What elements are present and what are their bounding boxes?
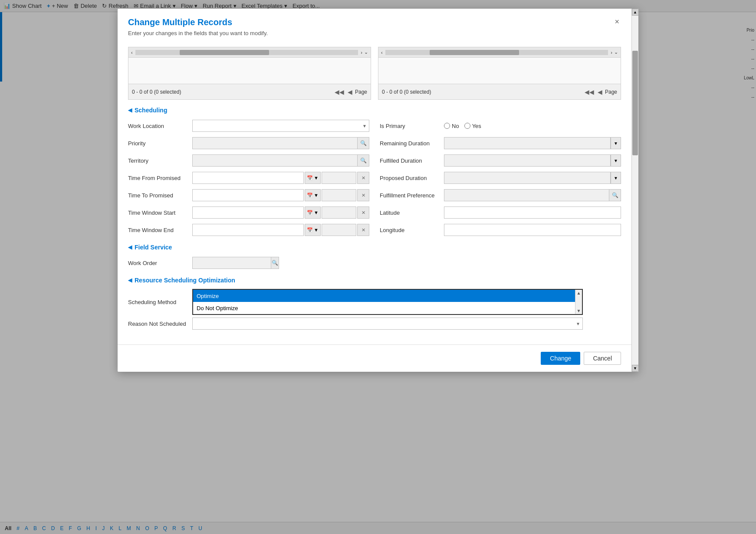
scheduling-section-header: ◀ Scheduling [128, 107, 621, 114]
work-location-select-wrapper: ▼ [192, 120, 369, 132]
fulfilled-duration-numeric: ▼ [444, 154, 621, 167]
panel-1-next-btn[interactable]: › [360, 50, 363, 55]
panel-2-page-label: Page [605, 89, 617, 95]
panel-1-prev-btn[interactable]: ‹ [130, 50, 134, 55]
panel-2-next-btn[interactable]: › [610, 50, 613, 55]
remaining-duration-btn[interactable]: ▼ [611, 137, 621, 149]
field-service-collapse-icon[interactable]: ◀ [128, 244, 132, 250]
is-primary-no-radio[interactable] [444, 123, 450, 129]
scheduling-method-label: Scheduling Method [128, 299, 189, 305]
is-primary-row: Is Primary No Yes [380, 119, 621, 133]
territory-lookup-btn[interactable]: 🔍 [357, 154, 369, 167]
panel-1-back-btn[interactable]: ◀ [347, 88, 353, 95]
time-window-end-clear-btn[interactable]: ✕ [357, 224, 369, 236]
time-to-promised-row: Time To Promised 📅 ▼ ✕ [128, 188, 369, 202]
reason-not-scheduled-select-wrapper: ▼ [192, 318, 583, 330]
time-window-start-calendar-btn[interactable]: 📅 ▼ [305, 206, 321, 219]
scheduling-collapse-icon[interactable]: ◀ [128, 107, 132, 113]
time-from-promised-time-input[interactable] [322, 172, 356, 184]
latitude-input[interactable] [444, 206, 621, 219]
territory-row: Territory 🔍 [128, 154, 369, 167]
panel-2-pagination-text: 0 - 0 of 0 (0 selected) [382, 89, 431, 95]
panel-2-first-btn[interactable]: ◀◀ [584, 88, 595, 95]
panel-1-pagination-text: 0 - 0 of 0 (0 selected) [132, 89, 181, 95]
time-window-end-calendar-btn[interactable]: 📅 ▼ [305, 224, 321, 236]
time-window-end-label: Time Window End [128, 227, 189, 233]
reason-not-scheduled-select[interactable] [192, 318, 583, 330]
fulfillment-preference-input[interactable] [444, 189, 609, 201]
priority-lookup-btn[interactable]: 🔍 [357, 137, 369, 149]
work-order-input[interactable] [192, 257, 271, 269]
proposed-duration-numeric: ▼ [444, 172, 621, 184]
panel-1-first-btn[interactable]: ◀◀ [334, 88, 345, 95]
is-primary-no-option[interactable]: No [444, 123, 459, 129]
proposed-duration-input[interactable] [444, 172, 611, 184]
time-to-promised-calendar-btn[interactable]: 📅 ▼ [305, 189, 321, 201]
scroll-up-arrow[interactable]: ▲ [577, 291, 581, 295]
time-from-promised-calendar-btn[interactable]: 📅 ▼ [305, 172, 321, 184]
optimize-option[interactable]: Optimize [193, 290, 582, 302]
panel-2-down-btn[interactable]: ⌄ [613, 49, 619, 55]
fulfillment-preference-lookup: 🔍 [444, 189, 621, 201]
time-window-end-time-input[interactable] [322, 224, 356, 236]
change-multiple-records-dialog: Change Multiple Records Enter your chang… [118, 9, 638, 372]
time-window-start-clear-btn[interactable]: ✕ [357, 206, 369, 219]
priority-input[interactable] [192, 137, 357, 149]
fulfilled-duration-input[interactable] [444, 154, 611, 167]
time-window-start-date-input[interactable] [192, 206, 304, 219]
proposed-duration-btn[interactable]: ▼ [611, 172, 621, 184]
modal-scroll-track [632, 16, 638, 365]
time-to-promised-time-input[interactable] [322, 189, 356, 201]
time-window-start-time-input[interactable] [322, 206, 356, 219]
proposed-duration-row: Proposed Duration ▼ [380, 171, 621, 185]
longitude-input[interactable] [444, 224, 621, 236]
fulfillment-preference-lookup-btn[interactable]: 🔍 [609, 189, 621, 201]
time-window-end-date-input[interactable] [192, 224, 304, 236]
panel-2-pagination: 0 - 0 of 0 (0 selected) [382, 89, 431, 95]
work-order-lookup-btn[interactable]: 🔍 [271, 257, 279, 269]
modal-scroll-down[interactable]: ▼ [632, 365, 639, 372]
panel-2-back-btn[interactable]: ◀ [597, 88, 603, 95]
time-from-promised-date-input[interactable] [192, 172, 304, 184]
time-to-promised-label: Time To Promised [128, 192, 189, 199]
work-location-select[interactable] [192, 120, 369, 132]
rso-collapse-icon[interactable]: ◀ [128, 277, 132, 283]
panel-1-pagination: 0 - 0 of 0 (0 selected) [132, 89, 181, 95]
is-primary-yes-radio[interactable] [464, 123, 470, 129]
is-primary-yes-option[interactable]: Yes [464, 123, 481, 129]
modal-subtitle: Enter your changes in the fields that yo… [128, 30, 621, 36]
longitude-row: Longitude [380, 223, 621, 237]
remaining-duration-input[interactable] [444, 137, 611, 149]
time-from-promised-datetime: 📅 ▼ ✕ [192, 172, 369, 184]
time-to-promised-date-input[interactable] [192, 189, 304, 201]
modal-scroll-up[interactable]: ▲ [632, 9, 639, 16]
calendar-dropdown-icon-4: ▼ [314, 227, 319, 233]
scroll-down-arrow[interactable]: ▼ [577, 308, 581, 313]
panel-1-down-btn[interactable]: ⌄ [363, 49, 369, 55]
territory-input[interactable] [192, 154, 357, 167]
do-not-optimize-option[interactable]: Do Not Optimize [193, 302, 582, 314]
cancel-button[interactable]: Cancel [584, 352, 621, 365]
modal-title: Change Multiple Records [128, 17, 621, 27]
time-from-promised-label: Time From Promised [128, 175, 189, 181]
priority-lookup: 🔍 [192, 137, 369, 149]
change-button[interactable]: Change [541, 352, 580, 365]
calendar-icon-2: 📅 [307, 193, 313, 198]
panel-2-prev-btn[interactable]: ‹ [380, 50, 384, 55]
remaining-duration-row: Remaining Duration ▼ [380, 136, 621, 150]
rso-section-label: Resource Scheduling Optimization [135, 277, 235, 284]
priority-row: Priority 🔍 [128, 136, 369, 150]
close-button[interactable]: × [611, 16, 623, 28]
calendar-icon: 📅 [307, 175, 313, 181]
time-from-promised-clear-btn[interactable]: ✕ [357, 172, 369, 184]
field-service-section-label: Field Service [135, 244, 172, 251]
territory-lookup: 🔍 [192, 154, 369, 167]
calendar-icon-3: 📅 [307, 210, 313, 216]
priority-lookup-icon: 🔍 [360, 140, 367, 146]
rso-form: Scheduling Method Optimize Do Not Optimi… [128, 289, 621, 331]
scheduling-method-scrollbar: ▲ ▼ [575, 290, 582, 314]
scheduling-form-grid: Work Location ▼ Is Primary No [128, 119, 621, 237]
scheduling-method-dropdown[interactable]: Optimize Do Not Optimize ▲ ▼ [192, 289, 583, 315]
time-to-promised-clear-btn[interactable]: ✕ [357, 189, 369, 201]
fulfilled-duration-btn[interactable]: ▼ [611, 154, 621, 167]
